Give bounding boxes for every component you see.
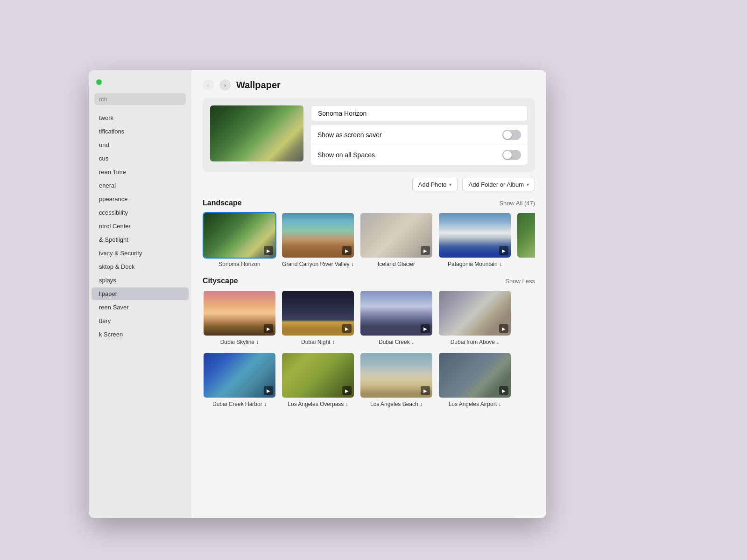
play-icon: ▶ bbox=[499, 386, 508, 395]
thumbnail-iceland[interactable]: ▶ bbox=[359, 212, 433, 259]
play-icon: ▶ bbox=[421, 324, 430, 333]
preview-image-bg bbox=[210, 105, 303, 161]
sidebar-item-screen-saver[interactable]: reen Saver bbox=[92, 301, 189, 314]
sidebar-item-spotlight[interactable]: & Spotlight bbox=[92, 233, 189, 246]
play-icon: ▶ bbox=[499, 324, 508, 333]
thumbnail-sonoma[interactable]: ▶ bbox=[203, 212, 276, 259]
list-item[interactable]: ▶ Dubai Skyline ↓ bbox=[203, 290, 276, 345]
thumbnail-dubai-skyline[interactable]: ▶ bbox=[203, 290, 276, 336]
thumbnail-la-airport[interactable]: ▶ bbox=[438, 352, 512, 399]
thumbnail-dubai-night[interactable]: ▶ bbox=[281, 290, 355, 336]
thumbnail-dubai-harbor[interactable]: ▶ bbox=[203, 352, 276, 399]
thumb-label: Dubai from Above ↓ bbox=[451, 339, 500, 345]
traffic-lights bbox=[89, 79, 191, 92]
sidebar-item-notifications[interactable]: tifications bbox=[92, 125, 189, 138]
sidebar-item-control-center[interactable]: ntrol Center bbox=[92, 220, 189, 232]
thumbnail-la-overpass[interactable]: ▶ bbox=[281, 352, 355, 399]
chevron-down-icon: ▾ bbox=[449, 182, 451, 187]
spaces-label: Show on all Spaces bbox=[317, 151, 375, 159]
sidebar-item-privacy[interactable]: ivacy & Security bbox=[92, 247, 189, 259]
sidebar: rch twork tifications und cus reen Time … bbox=[89, 70, 191, 518]
thumbnail-patagonia[interactable]: ▶ bbox=[438, 212, 512, 259]
play-icon: ▶ bbox=[421, 386, 430, 395]
play-icon: ▶ bbox=[342, 246, 352, 255]
add-photo-button[interactable]: Add Photo ▾ bbox=[412, 178, 458, 191]
chevron-down-icon: ▾ bbox=[527, 182, 529, 187]
thumb-label: Sonoma Horizon bbox=[218, 261, 260, 267]
header: ‹ › Wallpaper bbox=[191, 70, 546, 98]
list-item[interactable]: ▶ Grand Canyon River Valley ↓ bbox=[281, 212, 355, 267]
search-input[interactable]: rch bbox=[94, 93, 186, 105]
list-item[interactable]: ▶ Dubai Night ↓ bbox=[281, 290, 355, 345]
thumb-label: Iceland Glacier bbox=[378, 261, 415, 267]
list-item[interactable]: ▶ Dubai Creek ↓ bbox=[359, 290, 433, 345]
cityscape-title: Cityscape bbox=[203, 277, 238, 285]
thumb-label: Los Angeles Airport ↓ bbox=[449, 401, 501, 407]
sidebar-item-appearance[interactable]: ppearance bbox=[92, 193, 189, 205]
play-icon: ▶ bbox=[342, 386, 352, 395]
screensaver-label: Show as screen saver bbox=[317, 131, 382, 139]
sidebar-item-sound[interactable]: und bbox=[92, 139, 189, 151]
add-folder-button[interactable]: Add Folder or Album ▾ bbox=[462, 178, 535, 191]
play-icon: ▶ bbox=[264, 324, 273, 333]
thumb-label: Dubai Night ↓ bbox=[301, 339, 335, 345]
thumbnail-grand-canyon[interactable]: ▶ bbox=[281, 212, 355, 259]
landscape-grid: ▶ Sonoma Horizon ▶ Grand Canyon River Va… bbox=[203, 212, 535, 267]
landscape-header: Landscape Show All (47) bbox=[203, 199, 535, 207]
sidebar-item-accessibility[interactable]: ccessibility bbox=[92, 206, 189, 219]
list-item[interactable] bbox=[516, 212, 535, 267]
play-icon: ▶ bbox=[342, 324, 352, 333]
sidebar-item-wallpaper[interactable]: llpaper bbox=[92, 287, 189, 300]
list-item[interactable]: ▶ Dubai Creek Harbor ↓ bbox=[203, 352, 276, 407]
landscape-show-all[interactable]: Show All (47) bbox=[499, 200, 535, 207]
sidebar-item-network[interactable]: twork bbox=[92, 112, 189, 124]
thumb-label: Grand Canyon River Valley ↓ bbox=[282, 261, 354, 267]
main-content: ‹ › Wallpaper Sonoma Horizon Show as scr… bbox=[191, 70, 546, 518]
preview-options: Sonoma Horizon Show as screen saver Show… bbox=[311, 105, 528, 165]
screensaver-option-row: Show as screen saver bbox=[311, 125, 528, 145]
sidebar-item-desktop-dock[interactable]: sktop & Dock bbox=[92, 260, 189, 273]
sidebar-item-displays[interactable]: splays bbox=[92, 274, 189, 287]
sidebar-item-general[interactable]: eneral bbox=[92, 179, 189, 192]
thumbnail-extra[interactable] bbox=[516, 212, 535, 259]
sidebar-item-screen-time[interactable]: reen Time bbox=[92, 166, 189, 178]
preview-section: Sonoma Horizon Show as screen saver Show… bbox=[203, 98, 535, 172]
thumb-label: Los Angeles Beach ↓ bbox=[370, 401, 423, 407]
list-item[interactable]: ▶ Los Angeles Beach ↓ bbox=[359, 352, 433, 407]
play-icon: ▶ bbox=[421, 246, 430, 255]
current-wallpaper-preview bbox=[210, 105, 303, 161]
thumbnail-dubai-creek[interactable]: ▶ bbox=[359, 290, 433, 336]
screensaver-toggle[interactable] bbox=[502, 130, 521, 140]
green-light[interactable] bbox=[96, 79, 102, 85]
sidebar-item-lock-screen[interactable]: k Screen bbox=[92, 328, 189, 341]
thumb-label: Dubai Creek ↓ bbox=[379, 339, 414, 345]
back-button[interactable]: ‹ bbox=[203, 79, 214, 91]
settings-window: rch twork tifications und cus reen Time … bbox=[89, 70, 546, 518]
play-icon: ▶ bbox=[264, 386, 273, 395]
thumb-label: Dubai Skyline ↓ bbox=[220, 339, 259, 345]
list-item[interactable]: ▶ Patagonia Mountain ↓ bbox=[438, 212, 512, 267]
sidebar-item-battery[interactable]: ttery bbox=[92, 315, 189, 327]
thumbnail-dubai-above[interactable]: ▶ bbox=[438, 290, 512, 336]
wallpaper-name-bar: Sonoma Horizon bbox=[311, 105, 528, 121]
spaces-toggle[interactable] bbox=[502, 150, 521, 160]
thumb-label: Dubai Creek Harbor ↓ bbox=[212, 401, 267, 407]
list-item[interactable]: ▶ Sonoma Horizon bbox=[203, 212, 276, 267]
landscape-title: Landscape bbox=[203, 199, 242, 207]
sidebar-item-focus[interactable]: cus bbox=[92, 152, 189, 165]
play-icon: ▶ bbox=[499, 246, 508, 255]
spaces-option-row: Show on all Spaces bbox=[311, 145, 528, 165]
landscape-section: Landscape Show All (47) ▶ Sonoma Horizon… bbox=[203, 199, 535, 267]
list-item[interactable]: ▶ Iceland Glacier bbox=[359, 212, 433, 267]
list-item[interactable]: ▶ Los Angeles Airport ↓ bbox=[438, 352, 512, 407]
cityscape-grid-row1: ▶ Dubai Skyline ↓ ▶ Dubai Night ↓ ▶ bbox=[203, 290, 535, 345]
page-title: Wallpaper bbox=[236, 80, 281, 91]
list-item[interactable]: ▶ Los Angeles Overpass ↓ bbox=[281, 352, 355, 407]
play-icon: ▶ bbox=[264, 246, 273, 255]
list-item[interactable]: ▶ Dubai from Above ↓ bbox=[438, 290, 512, 345]
thumb-label: Patagonia Mountain ↓ bbox=[448, 261, 502, 267]
cityscape-show-all[interactable]: Show Less bbox=[505, 278, 535, 285]
thumbnail-la-beach[interactable]: ▶ bbox=[359, 352, 433, 399]
thumb-bg bbox=[517, 213, 535, 258]
forward-button[interactable]: › bbox=[219, 79, 231, 91]
